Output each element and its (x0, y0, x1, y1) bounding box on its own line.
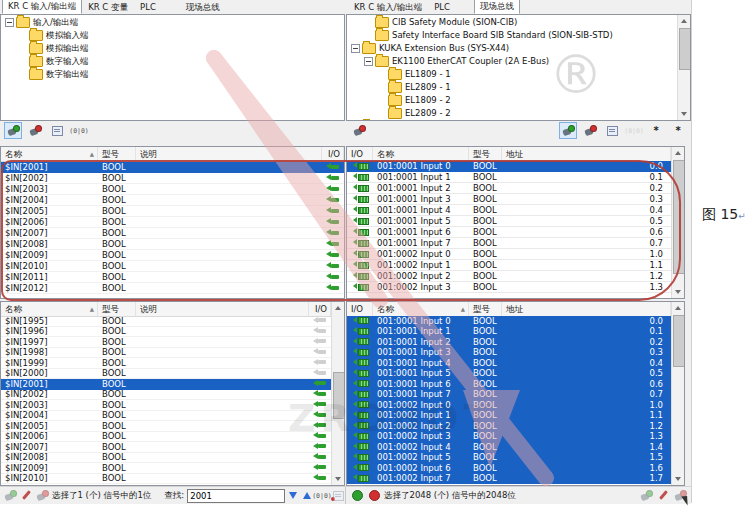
table-row[interactable]: 001:0002 Input 1 BOOL 1.1 (347, 260, 671, 271)
table-row[interactable]: $IN[2003] BOOL (1, 400, 331, 411)
table-row[interactable]: $IN[2002] BOOL (1, 390, 331, 401)
collapse-all-icon[interactable]: * (669, 122, 687, 139)
table-row[interactable]: $IN[2007] BOOL (1, 442, 331, 453)
find-io-icon[interactable]: (0|0) (315, 489, 329, 503)
table-row[interactable]: 001:0001 Input 1 BOOL 0.1 (347, 327, 671, 338)
collapse-toggle-icon[interactable] (5, 18, 14, 27)
table-row[interactable]: 001:0002 Input 2 BOOL 1.2 (347, 421, 671, 432)
tab[interactable]: 现场总线 (474, 0, 520, 14)
scroll-up-button[interactable] (672, 147, 684, 159)
tree-item[interactable]: 模拟输出端 (1, 41, 344, 54)
table-row[interactable]: 001:0001 Input 5 BOOL 0.5 (347, 216, 671, 227)
table-row[interactable]: $IN[2006] BOOL (1, 432, 331, 443)
scroll-down-button[interactable] (332, 473, 344, 485)
scroll-thumb[interactable] (333, 372, 345, 419)
table-row[interactable]: $IN[2008] BOOL (1, 453, 331, 464)
table-row[interactable]: $IN[2003] BOOL (1, 184, 344, 195)
scroll-up-button[interactable] (672, 302, 684, 314)
table-row[interactable]: $IN[1997] BOOL (1, 337, 331, 348)
tree-item-io-root[interactable]: 输入/输出端 (1, 15, 344, 28)
table-row[interactable]: $IN[2004] BOOL (1, 195, 344, 206)
tree-item[interactable]: EL2809 - 2 (347, 106, 690, 119)
table-row[interactable]: 001:0001 Input 0 BOOL 0.0 (347, 161, 671, 172)
disconnect-signal-icon[interactable] (36, 489, 49, 503)
table-row[interactable]: 001:0001 Input 4 BOOL 0.4 (347, 358, 671, 369)
tree-item[interactable]: 数字输入端 (1, 54, 344, 67)
table-row[interactable]: 001:0002 Input 5 BOOL 1.5 (347, 453, 671, 464)
table-row[interactable]: 001:0001 Input 6 BOOL 0.6 (347, 379, 671, 390)
table-row[interactable]: 001:0001 Input 1 BOOL 0.1 (347, 172, 671, 183)
tree-item[interactable]: EL2809 - 1 (347, 80, 690, 93)
clear-find-icon[interactable] (332, 489, 345, 503)
tree-item[interactable]: 模拟输入端 (1, 28, 344, 41)
table-row[interactable]: 001:0002 Input 0 BOOL 1.0 (347, 249, 671, 260)
fieldbus-tree-scrollbar[interactable] (677, 15, 690, 120)
tab[interactable]: KR C 变量 (82, 0, 134, 14)
mapping-card-icon[interactable] (48, 122, 66, 139)
table-row[interactable]: $IN[1996] BOOL (1, 327, 331, 338)
zero-zero-icon[interactable]: (0|0) (625, 122, 643, 139)
disconnect-icon[interactable] (581, 122, 599, 139)
edit-connection-icon[interactable] (656, 489, 670, 503)
table-row[interactable]: 001:0001 Input 7 BOOL 0.7 (347, 390, 671, 401)
disconnect-bus-icon[interactable] (350, 122, 368, 139)
table-row[interactable]: $IN[1995] BOOL (1, 316, 331, 327)
table-row[interactable]: $IN[1998] BOOL (1, 348, 331, 359)
table-row[interactable]: $IN[2009] BOOL (1, 250, 344, 261)
table-row[interactable]: 001:0001 Input 3 BOOL 0.3 (347, 194, 671, 205)
find-next-button[interactable] (288, 489, 298, 503)
tab[interactable]: PLC (428, 0, 456, 14)
tree-item[interactable]: EK1100 EtherCAT Coupler (2A E-Bus) (347, 54, 690, 67)
find-prev-button[interactable] (302, 489, 312, 503)
table-row[interactable]: $IN[2004] BOOL (1, 411, 331, 422)
table-row[interactable]: 001:0001 Input 7 BOOL 0.7 (347, 238, 671, 249)
table-row[interactable]: $IN[2001] BOOL (1, 379, 331, 390)
table-row[interactable]: 001:0001 Input 2 BOOL 0.2 (347, 183, 671, 194)
tab[interactable]: 现场总线 (180, 0, 226, 14)
scroll-up-button[interactable] (332, 302, 344, 314)
scroll-thumb[interactable] (679, 28, 691, 70)
scroll-thumb[interactable] (673, 160, 685, 274)
tree-item[interactable]: 数字输出端 (1, 67, 344, 80)
table-scrollbar[interactable] (331, 302, 344, 485)
scroll-down-button[interactable] (678, 108, 690, 120)
scroll-down-button[interactable] (672, 286, 684, 298)
tree-item[interactable]: EL1809 - 1 (347, 67, 690, 80)
table-row[interactable]: 001:0002 Input 1 BOOL 1.1 (347, 411, 671, 422)
zero-zero-icon[interactable]: (0|0) (70, 122, 88, 139)
connect-signal-icon[interactable] (4, 489, 17, 503)
table-row[interactable]: $IN[2005] BOOL (1, 421, 331, 432)
red-state-button[interactable] (367, 489, 381, 503)
tree-item[interactable]: CIB Safety Module (SION-CIB) (347, 15, 690, 28)
table-row[interactable]: 001:0001 Input 0 BOOL 0.0 (347, 316, 671, 327)
scroll-down-button[interactable] (672, 473, 684, 485)
tree-item[interactable]: EL1809 - 2 (347, 93, 690, 106)
find-input[interactable] (187, 489, 285, 503)
disconnect-icon[interactable] (26, 122, 44, 139)
collapse-toggle-icon[interactable] (351, 44, 360, 53)
table-row[interactable]: 001:0001 Input 2 BOOL 0.2 (347, 337, 671, 348)
expand-all-icon[interactable]: * (647, 122, 665, 139)
table-row[interactable]: 001:0002 Input 0 BOOL 1.0 (347, 400, 671, 411)
table-row[interactable]: 001:0001 Input 6 BOOL 0.6 (347, 227, 671, 238)
tree-item[interactable]: KUKA Extension Bus (SYS-X44) (347, 41, 690, 54)
connect-signal-icon[interactable] (639, 489, 653, 503)
table-row[interactable]: 001:0001 Input 4 BOOL 0.4 (347, 205, 671, 216)
table-row[interactable]: 001:0002 Input 3 BOOL 1.3 (347, 282, 671, 293)
scroll-thumb[interactable] (673, 315, 685, 367)
table-row[interactable]: $IN[1999] BOOL (1, 358, 331, 369)
table-row[interactable]: 001:0002 Input 7 BOOL 1.7 (347, 474, 671, 485)
tree-item[interactable]: Safety Interface Board SIB Standard (SIO… (347, 28, 690, 41)
connect-icon[interactable] (559, 122, 577, 139)
table-row[interactable]: 001:0002 Input 6 BOOL 1.6 (347, 463, 671, 474)
tab[interactable]: KR C 输入/输出端 (2, 0, 82, 14)
edit-connection-icon[interactable] (20, 489, 33, 503)
table-row[interactable]: 001:0002 Input 2 BOOL 1.2 (347, 271, 671, 282)
table-row[interactable]: $IN[2012] BOOL (1, 283, 344, 294)
table-row[interactable]: $IN[2009] BOOL (1, 463, 331, 474)
scroll-up-button[interactable] (678, 15, 690, 27)
table-row[interactable]: $IN[2001] BOOL (1, 162, 344, 173)
table-row[interactable]: 001:0002 Input 3 BOOL 1.3 (347, 432, 671, 443)
table-row[interactable]: 001:0001 Input 5 BOOL 0.5 (347, 369, 671, 380)
table-row[interactable]: $IN[2011] BOOL (1, 272, 344, 283)
